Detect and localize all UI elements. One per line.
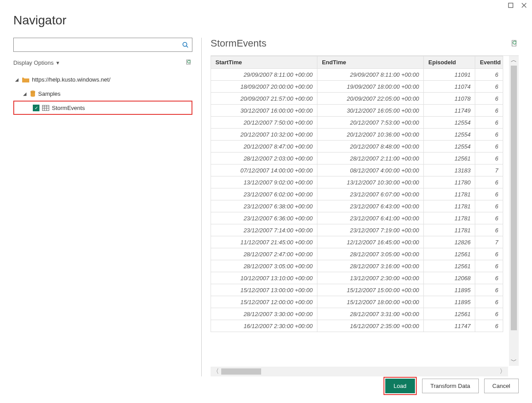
cell-event: 6 (475, 81, 503, 93)
cell-start: 15/12/2007 13:00:00 +00:00 (211, 284, 317, 296)
scroll-thumb[interactable] (511, 66, 517, 330)
cell-event: 6 (475, 176, 503, 188)
table-row[interactable]: 30/12/2007 16:00:00 +00:0030/12/2007 16:… (211, 105, 503, 117)
display-options-label: Display Options (13, 59, 54, 66)
refresh-preview-icon[interactable] (511, 39, 519, 47)
cell-episode: 11895 (424, 284, 475, 296)
col-header-end[interactable]: EndTime (317, 56, 424, 69)
cell-event: 6 (475, 105, 503, 117)
scroll-left-icon[interactable]: 〈 (211, 368, 221, 376)
svg-line-4 (187, 46, 188, 48)
cell-episode: 11780 (424, 176, 475, 188)
cell-episode: 11074 (424, 81, 475, 93)
vertical-scrollbar[interactable]: ︿ ﹀ (509, 56, 519, 366)
cell-start: 11/12/2007 21:45:00 +00:00 (211, 236, 317, 248)
scroll-down-icon[interactable]: ﹀ (509, 357, 519, 366)
table-row[interactable]: 15/12/2007 13:00:00 +00:0015/12/2007 15:… (211, 284, 503, 296)
table-row[interactable]: 23/12/2007 7:14:00 +00:0023/12/2007 7:19… (211, 224, 503, 236)
cell-event: 6 (475, 272, 503, 284)
cell-end: 28/12/2007 3:16:00 +00:00 (317, 260, 424, 272)
table-row[interactable]: 28/12/2007 3:05:00 +00:0028/12/2007 3:16… (211, 260, 503, 272)
cell-episode: 12554 (424, 129, 475, 141)
cell-end: 12/12/2007 16:45:00 +00:00 (317, 236, 424, 248)
tree-db-node[interactable]: ◢ Samples (13, 86, 192, 101)
cell-end: 28/12/2007 2:11:00 +00:00 (317, 153, 424, 164)
col-header-event[interactable]: EventId (475, 56, 503, 69)
search-icon[interactable] (182, 42, 188, 48)
cell-event: 6 (475, 153, 503, 164)
table-row[interactable]: 11/12/2007 21:45:00 +00:0012/12/2007 16:… (211, 236, 503, 248)
table-row[interactable]: 28/12/2007 3:30:00 +00:0028/12/2007 3:31… (211, 308, 503, 320)
window-close-icon[interactable] (520, 2, 528, 9)
collapse-icon[interactable]: ◢ (15, 77, 20, 82)
cell-start: 07/12/2007 14:00:00 +00:00 (211, 164, 317, 176)
cell-start: 23/12/2007 6:38:00 +00:00 (211, 200, 317, 212)
cell-event: 6 (475, 296, 503, 308)
svg-point-3 (183, 43, 187, 47)
tree-table-label: StormEvents (52, 105, 85, 111)
col-header-episode[interactable]: EpisodeId (424, 56, 475, 69)
collapse-icon[interactable]: ◢ (23, 91, 27, 96)
window-maximize-icon[interactable] (507, 2, 514, 9)
cell-start: 23/12/2007 6:36:00 +00:00 (211, 212, 317, 224)
cell-end: 20/09/2007 22:05:00 +00:00 (317, 93, 424, 105)
scroll-thumb[interactable] (221, 368, 261, 375)
cell-end: 29/09/2007 8:11:00 +00:00 (317, 69, 424, 81)
table-row[interactable]: 23/12/2007 6:02:00 +00:0023/12/2007 6:07… (211, 188, 503, 200)
preview-table: StartTime EndTime EpisodeId EventId 29/0… (211, 56, 503, 332)
cell-episode: 12561 (424, 153, 475, 164)
table-row[interactable]: 13/12/2007 9:02:00 +00:0013/12/2007 10:3… (211, 176, 503, 188)
database-icon (30, 90, 35, 97)
cell-episode: 12561 (424, 308, 475, 320)
table-row[interactable]: 29/09/2007 8:11:00 +00:0029/09/2007 8:11… (211, 69, 503, 81)
cell-end: 13/12/2007 10:30:00 +00:00 (317, 176, 424, 188)
cell-event: 6 (475, 188, 503, 200)
table-row[interactable]: 28/12/2007 2:47:00 +00:0028/12/2007 3:05… (211, 248, 503, 260)
cell-event: 6 (475, 129, 503, 141)
table-row[interactable]: 23/12/2007 6:36:00 +00:0023/12/2007 6:41… (211, 212, 503, 224)
table-row[interactable]: 20/12/2007 8:47:00 +00:0020/12/2007 8:48… (211, 141, 503, 153)
cell-start: 20/12/2007 7:50:00 +00:00 (211, 117, 317, 129)
checkbox-checked[interactable]: ✓ (33, 105, 39, 111)
table-row[interactable]: 28/12/2007 2:03:00 +00:0028/12/2007 2:11… (211, 153, 503, 164)
cancel-button[interactable]: Cancel (484, 379, 519, 393)
cell-event: 6 (475, 248, 503, 260)
col-header-start[interactable]: StartTime (211, 56, 317, 69)
cell-event: 6 (475, 320, 503, 332)
cell-end: 23/12/2007 6:43:00 +00:00 (317, 200, 424, 212)
load-button[interactable]: Load (385, 379, 415, 393)
table-row[interactable]: 20/12/2007 10:32:00 +00:0020/12/2007 10:… (211, 129, 503, 141)
tree-table-node[interactable]: ✓ StormEvents (13, 101, 192, 115)
transform-data-button[interactable]: Transform Data (422, 379, 479, 393)
scroll-right-icon[interactable]: 〉 (497, 368, 508, 376)
refresh-icon[interactable] (185, 59, 192, 66)
page-title: Navigator (13, 13, 66, 27)
cell-start: 20/12/2007 10:32:00 +00:00 (211, 129, 317, 141)
horizontal-scrollbar[interactable]: 〈 〉 (211, 367, 508, 376)
cell-end: 15/12/2007 15:00:00 +00:00 (317, 284, 424, 296)
svg-rect-7 (43, 105, 49, 110)
cell-episode: 11091 (424, 69, 475, 81)
table-row[interactable]: 23/12/2007 6:38:00 +00:0023/12/2007 6:43… (211, 200, 503, 212)
table-row[interactable]: 20/09/2007 21:57:00 +00:0020/09/2007 22:… (211, 93, 503, 105)
cell-start: 23/12/2007 6:02:00 +00:00 (211, 188, 317, 200)
table-row[interactable]: 15/12/2007 12:00:00 +00:0015/12/2007 18:… (211, 296, 503, 308)
tree-root-node[interactable]: ◢ https://help.kusto.windows.net/ (13, 72, 192, 86)
cell-end: 23/12/2007 6:07:00 +00:00 (317, 188, 424, 200)
chevron-down-icon: ▾ (56, 59, 59, 66)
search-input[interactable] (17, 41, 182, 49)
cell-episode: 11747 (424, 320, 475, 332)
table-row[interactable]: 07/12/2007 14:00:00 +00:0008/12/2007 4:0… (211, 164, 503, 176)
svg-rect-0 (509, 3, 513, 8)
cell-end: 30/12/2007 16:05:00 +00:00 (317, 105, 424, 117)
table-row[interactable]: 18/09/2007 20:00:00 +00:0019/09/2007 18:… (211, 81, 503, 93)
cell-episode: 11895 (424, 296, 475, 308)
display-options-dropdown[interactable]: Display Options ▾ (13, 59, 59, 66)
tree-db-label: Samples (38, 90, 61, 97)
table-row[interactable]: 10/12/2007 13:10:00 +00:0013/12/2007 2:3… (211, 272, 503, 284)
table-row[interactable]: 16/12/2007 2:30:00 +00:0016/12/2007 2:35… (211, 320, 503, 332)
cell-start: 20/09/2007 21:57:00 +00:00 (211, 93, 317, 105)
table-row[interactable]: 20/12/2007 7:50:00 +00:0020/12/2007 7:53… (211, 117, 503, 129)
scroll-up-icon[interactable]: ︿ (509, 56, 519, 65)
cell-end: 20/12/2007 10:36:00 +00:00 (317, 129, 424, 141)
